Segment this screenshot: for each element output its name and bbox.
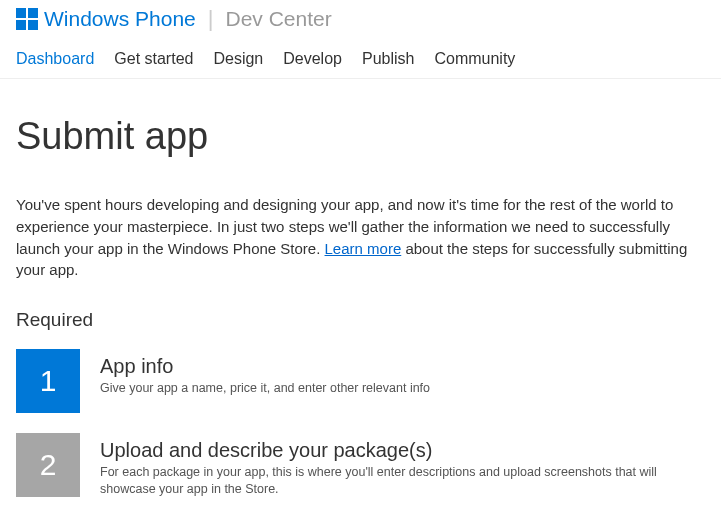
step-desc: Give your app a name, price it, and ente…	[100, 380, 430, 397]
step-title: App info	[100, 355, 430, 378]
brand-name: Windows Phone	[44, 7, 196, 31]
nav-get-started[interactable]: Get started	[114, 50, 193, 68]
nav-design[interactable]: Design	[213, 50, 263, 68]
step-number-badge: 2	[16, 433, 80, 497]
intro-text: You've spent hours developing and design…	[16, 194, 705, 281]
step-number-badge: 1	[16, 349, 80, 413]
sub-brand: Dev Center	[225, 7, 331, 31]
step-body: App info Give your app a name, price it,…	[100, 349, 430, 397]
step-body: Upload and describe your package(s) For …	[100, 433, 680, 498]
nav-develop[interactable]: Develop	[283, 50, 342, 68]
brand-separator: |	[208, 6, 214, 32]
main-nav: Dashboard Get started Design Develop Pub…	[0, 36, 721, 79]
step-desc: For each package in your app, this is wh…	[100, 464, 680, 498]
required-label: Required	[16, 309, 705, 331]
main-content: Submit app You've spent hours developing…	[0, 79, 721, 498]
page-title: Submit app	[16, 115, 705, 158]
step-upload-packages[interactable]: 2 Upload and describe your package(s) Fo…	[16, 433, 705, 498]
step-app-info[interactable]: 1 App info Give your app a name, price i…	[16, 349, 705, 413]
learn-more-link[interactable]: Learn more	[325, 240, 402, 257]
nav-publish[interactable]: Publish	[362, 50, 414, 68]
nav-dashboard[interactable]: Dashboard	[16, 50, 94, 68]
windows-logo-icon	[16, 8, 38, 30]
nav-community[interactable]: Community	[434, 50, 515, 68]
header: Windows Phone | Dev Center	[0, 0, 721, 36]
step-title: Upload and describe your package(s)	[100, 439, 680, 462]
